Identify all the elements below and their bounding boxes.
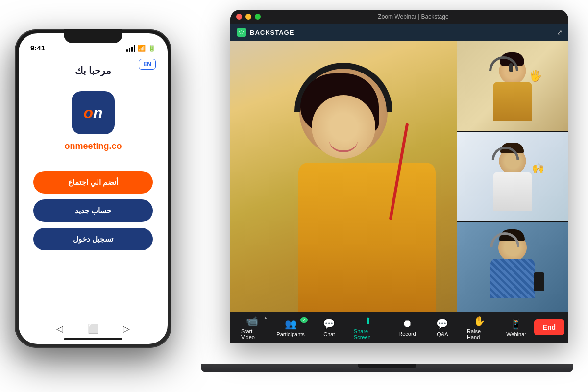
side-participants: 🖐 — [457, 41, 568, 312]
home-button[interactable]: ⬜ — [88, 323, 98, 334]
webinar-label: Webinar — [506, 331, 526, 337]
minimize-dot[interactable] — [245, 14, 251, 20]
lang-button[interactable]: EN — [139, 59, 156, 70]
participant-tile-2: 🙌 — [457, 132, 568, 221]
laptop-titlebar: Zoom Webinar | Backstage — [230, 10, 568, 24]
laptop-body: Zoom Webinar | Backstage 🛡 BACKSTAGE ⤢ — [230, 10, 568, 343]
participant-tile-3 — [457, 222, 568, 312]
phone-screen: 9:41 📶 🔋 EN — [19, 33, 168, 344]
record-button[interactable]: ⏺ Record — [390, 315, 425, 340]
domain-on: on — [64, 141, 75, 151]
qa-label: Q&A — [437, 331, 448, 337]
fullscreen-dot[interactable] — [255, 14, 261, 20]
toolbar: 📹 Start Video ▲ 👥 Participants 2 💬 — [230, 312, 568, 343]
raise-hand-label: Raise Hand — [467, 328, 492, 340]
webinar-icon: 📱 — [510, 318, 522, 330]
signal-bar-3 — [131, 47, 133, 52]
signal-bar-2 — [129, 48, 130, 52]
home-indicator-icons: ◁ ⬜ ▷ — [56, 323, 130, 334]
scene: Zoom Webinar | Backstage 🛡 BACKSTAGE ⤢ — [0, 0, 588, 392]
app-domain: onmeeting.co — [64, 141, 122, 151]
signal-bars — [126, 45, 135, 52]
phone-home-bar: ◁ ⬜ ▷ — [19, 319, 168, 344]
phone-content: مرحبا بك on onmeeting.co أنضم الي اجتماع… — [19, 55, 168, 319]
expand-icon[interactable]: ⤢ — [557, 28, 563, 36]
welcome-text: مرحبا بك — [75, 65, 112, 76]
domain-rest: meeting.co — [75, 141, 122, 151]
chat-icon: 💬 — [323, 318, 335, 330]
start-video-wrap: 📹 Start Video ▲ — [234, 312, 270, 343]
close-dot[interactable] — [236, 14, 242, 20]
raise-hand-icon: ✋ — [473, 315, 486, 327]
phone-frame: 9:41 📶 🔋 EN — [15, 29, 172, 348]
raise-hand-button[interactable]: ✋ Raise Hand — [460, 312, 499, 343]
status-time: 9:41 — [30, 44, 45, 52]
back-button[interactable]: ◁ — [56, 323, 63, 334]
webinar-button[interactable]: 📱 Webinar — [499, 315, 534, 340]
laptop-notch — [358, 364, 416, 368]
shield-icon: 🛡 — [237, 28, 246, 37]
register-button[interactable]: حساب جديد — [33, 199, 153, 222]
phone-notch — [64, 29, 122, 43]
join-meeting-button[interactable]: أنضم الي اجتماع — [33, 171, 153, 194]
main-video — [230, 41, 457, 312]
logo-text: on — [83, 104, 102, 122]
chat-label: Chat — [323, 331, 335, 337]
share-screen-button[interactable]: ⬆ Share Screen — [347, 312, 390, 343]
window-title: Zoom Webinar | Backstage — [264, 13, 563, 20]
participants-icon: 👥 — [285, 318, 297, 330]
app-logo: on — [72, 91, 115, 134]
participants-badge: 2 — [300, 317, 308, 323]
login-button[interactable]: تسجيل دخول — [33, 228, 153, 250]
camera-icon: 📹 — [246, 315, 258, 327]
backstage-bar: 🛡 BACKSTAGE ⤢ — [230, 24, 568, 41]
laptop: Zoom Webinar | Backstage 🛡 BACKSTAGE ⤢ — [201, 10, 573, 372]
battery-icon: 🔋 — [148, 45, 156, 52]
phone: 9:41 📶 🔋 EN — [15, 29, 172, 348]
signal-bar-1 — [126, 49, 128, 52]
record-icon: ⏺ — [402, 318, 412, 329]
qa-button[interactable]: 💬 Q&A — [425, 315, 460, 340]
share-screen-icon: ⬆ — [364, 315, 372, 327]
end-button[interactable]: End — [534, 319, 564, 335]
laptop-screen: 🛡 BACKSTAGE ⤢ — [230, 24, 568, 343]
start-video-label: Start Video — [241, 328, 263, 340]
chat-button[interactable]: 💬 Chat — [312, 315, 347, 340]
wifi-icon: 📶 — [138, 45, 146, 52]
signal-bar-4 — [134, 45, 135, 52]
participants-label: Participants — [276, 331, 304, 337]
record-label: Record — [398, 331, 416, 337]
laptop-base — [201, 364, 573, 372]
share-screen-label: Share Screen — [354, 328, 383, 340]
status-icons: 📶 🔋 — [126, 45, 156, 52]
participants-wrap: 👥 Participants 2 — [270, 315, 311, 340]
participant-tile-1: 🖐 — [457, 41, 568, 131]
qa-icon: 💬 — [436, 318, 448, 330]
chevron-up-icon: ▲ — [263, 315, 268, 320]
phone-bottom-bar — [64, 338, 122, 340]
backstage-label: BACKSTAGE — [250, 29, 294, 36]
forward-button[interactable]: ▷ — [123, 323, 130, 334]
